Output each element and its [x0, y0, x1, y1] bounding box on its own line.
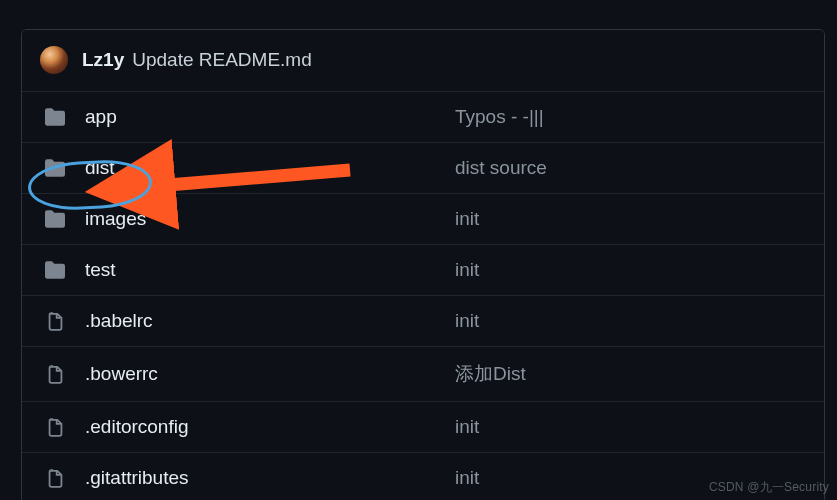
watermark: CSDN @九一Security: [709, 479, 829, 496]
latest-commit-bar: Lz1y Update README.md: [22, 30, 824, 92]
file-row-dist: distdist source: [22, 142, 824, 193]
file-commit-message[interactable]: dist source: [455, 157, 808, 179]
folder-icon: [43, 209, 67, 229]
file-row-babelrc: .babelrcinit: [22, 295, 824, 346]
file-name-link[interactable]: test: [85, 259, 455, 281]
file-icon: [43, 365, 67, 384]
folder-icon: [43, 107, 67, 127]
file-name-link[interactable]: .editorconfig: [85, 416, 455, 438]
folder-icon: [43, 260, 67, 280]
file-row-app: appTypos - -|||: [22, 92, 824, 142]
commit-author-link[interactable]: Lz1y: [82, 49, 124, 71]
file-name-link[interactable]: app: [85, 106, 455, 128]
file-commit-message[interactable]: init: [455, 416, 808, 438]
file-row-editorconfig: .editorconfiginit: [22, 401, 824, 452]
file-row-images: imagesinit: [22, 193, 824, 244]
file-name-link[interactable]: .babelrc: [85, 310, 455, 332]
file-row-gitattributes: .gitattributesinit: [22, 452, 824, 500]
commit-message-link[interactable]: Update README.md: [132, 49, 312, 71]
file-commit-message[interactable]: Typos - -|||: [455, 106, 808, 128]
file-list-container: Lz1y Update README.md appTypos - -|||dis…: [21, 29, 825, 500]
file-commit-message[interactable]: init: [455, 310, 808, 332]
file-commit-message[interactable]: init: [455, 259, 808, 281]
file-commit-message[interactable]: init: [455, 208, 808, 230]
file-commit-message[interactable]: 添加Dist: [455, 361, 808, 387]
avatar[interactable]: [40, 46, 68, 74]
file-row-test: testinit: [22, 244, 824, 295]
file-name-link[interactable]: dist: [85, 157, 455, 179]
file-icon: [43, 418, 67, 437]
file-name-link[interactable]: .bowerrc: [85, 363, 455, 385]
file-name-link[interactable]: .gitattributes: [85, 467, 455, 489]
folder-icon: [43, 158, 67, 178]
file-name-link[interactable]: images: [85, 208, 455, 230]
file-icon: [43, 312, 67, 331]
file-row-bowerrc: .bowerrc添加Dist: [22, 346, 824, 401]
file-icon: [43, 469, 67, 488]
